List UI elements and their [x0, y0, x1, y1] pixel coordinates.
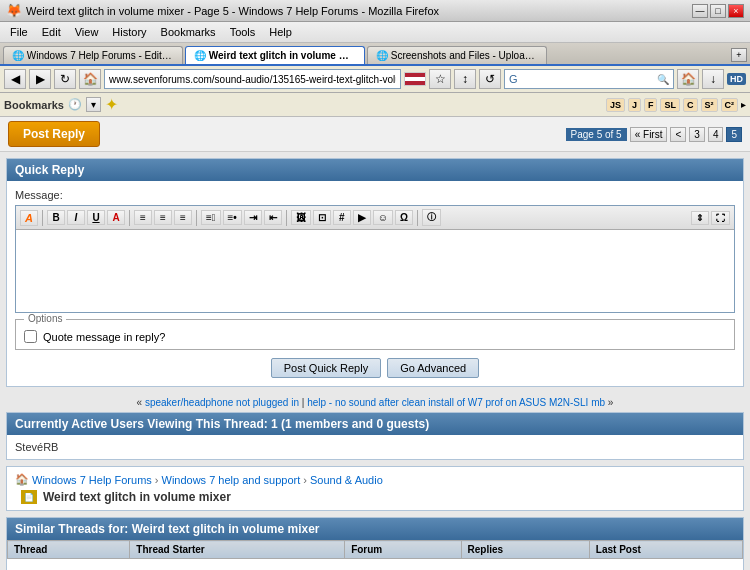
flag-icon: [404, 72, 426, 86]
editor-btn-omega[interactable]: Ω: [395, 210, 413, 225]
editor-btn-underline[interactable]: U: [87, 210, 105, 225]
editor-btn-outdent[interactable]: ⇤: [264, 210, 282, 225]
col-starter: Thread Starter: [130, 541, 345, 559]
tab-2[interactable]: 🌐 Screenshots and Files - Upload and Pos…: [367, 46, 547, 64]
message-label: Message:: [15, 189, 735, 201]
back-button[interactable]: ◀: [4, 69, 26, 89]
page-info: Page 5 of 5 « First < 3 4 5: [566, 127, 742, 142]
next-thread-link[interactable]: help - no sound after clean install of W…: [307, 397, 605, 408]
tab-0[interactable]: 🌐 Windows 7 Help Forums - Edit Your Deta…: [3, 46, 183, 64]
similar-threads-section: Similar Threads for: Weird text glitch i…: [6, 517, 744, 570]
address-input[interactable]: [104, 69, 401, 89]
prev-thread-link[interactable]: speaker/headphone not plugged in: [145, 397, 299, 408]
prev-page-button[interactable]: <: [670, 127, 686, 142]
thread-icon: 📄: [21, 490, 37, 504]
close-button[interactable]: ×: [728, 4, 744, 18]
editor-btn-color[interactable]: A: [107, 210, 125, 225]
editor-btn-smiley[interactable]: ☺: [373, 210, 393, 225]
submit-row: Post Quick Reply Go Advanced: [15, 358, 735, 378]
window-controls[interactable]: — □ ×: [692, 4, 744, 18]
options-row: Quote message in reply?: [24, 330, 726, 343]
editor-btn-a[interactable]: A: [20, 210, 38, 226]
main-content: Quick Reply Message: A B I U A ≡ ≡ ≡ ≡⃝: [0, 152, 750, 570]
home-btn2[interactable]: 🏠: [677, 69, 699, 89]
bookmarks-arrow[interactable]: ▾: [86, 97, 101, 112]
home-button[interactable]: 🏠: [79, 69, 101, 89]
tab-2-label: Screenshots and Files - Upload and Post …: [391, 50, 547, 61]
editor-btn-resize[interactable]: ⇕: [691, 211, 709, 225]
page-5-button[interactable]: 5: [726, 127, 742, 142]
reload-button[interactable]: ↻: [54, 69, 76, 89]
hd-badge: HD: [727, 73, 746, 85]
page-4-button[interactable]: 4: [708, 127, 724, 142]
breadcrumb-help[interactable]: Windows 7 help and support: [162, 474, 301, 486]
menu-view[interactable]: View: [69, 24, 105, 40]
editor-btn-align-right[interactable]: ≡: [174, 210, 192, 225]
post-quick-reply-button[interactable]: Post Quick Reply: [271, 358, 381, 378]
col-forum: Forum: [345, 541, 461, 559]
refresh-button2[interactable]: ↺: [479, 69, 501, 89]
similar-threads-header: Similar Threads for: Weird text glitch i…: [7, 518, 743, 540]
minimize-button[interactable]: —: [692, 4, 708, 18]
no-results: [8, 559, 743, 571]
star-button[interactable]: ☆: [429, 69, 451, 89]
forward-button[interactable]: ▶: [29, 69, 51, 89]
editor-toolbar: A B I U A ≡ ≡ ≡ ≡⃝ ≡• ⇥ ⇤ 🖼: [16, 206, 734, 230]
editor-btn-hash[interactable]: #: [333, 210, 351, 225]
first-page-button[interactable]: « First: [630, 127, 668, 142]
editor-btn-image[interactable]: 🖼: [291, 210, 311, 225]
options-box: Options Quote message in reply?: [15, 319, 735, 350]
bookmark-btn[interactable]: ↕: [454, 69, 476, 89]
editor-btn-video[interactable]: ▶: [353, 210, 371, 225]
col-replies: Replies: [461, 541, 589, 559]
c2-badge: C²: [721, 98, 739, 112]
breadcrumb-audio[interactable]: Sound & Audio: [310, 474, 383, 486]
bookmarks-label: Bookmarks: [4, 99, 64, 111]
maximize-button[interactable]: □: [710, 4, 726, 18]
js-badge: JS: [606, 98, 625, 112]
main-toolbar: Post Reply Page 5 of 5 « First < 3 4 5: [0, 117, 750, 152]
sep-bc-2: ›: [303, 474, 307, 486]
go-advanced-button[interactable]: Go Advanced: [387, 358, 479, 378]
menu-file[interactable]: File: [4, 24, 34, 40]
post-reply-button[interactable]: Post Reply: [8, 121, 100, 147]
editor-btn-unordered-list[interactable]: ≡•: [223, 210, 242, 225]
search-engine-icon: G: [509, 73, 518, 85]
address-bar: ◀ ▶ ↻ 🏠 ☆ ↕ ↺ G 🔍 🏠 ↓ HD: [0, 66, 750, 93]
editor-btn-italic[interactable]: I: [67, 210, 85, 225]
new-tab-button[interactable]: +: [731, 48, 747, 62]
editor-btn-bold[interactable]: B: [47, 210, 65, 225]
download-btn[interactable]: ↓: [702, 69, 724, 89]
breadcrumb: 🏠 Windows 7 Help Forums › Windows 7 help…: [15, 473, 735, 486]
search-input[interactable]: [520, 74, 655, 85]
sep-5: [417, 210, 418, 226]
message-textarea[interactable]: [16, 230, 734, 310]
sep-3: [196, 210, 197, 226]
menu-history[interactable]: History: [106, 24, 152, 40]
tab-1[interactable]: 🌐 Weird text glitch in volume mixer - ..…: [185, 46, 365, 64]
options-legend: Options: [24, 313, 66, 324]
menu-edit[interactable]: Edit: [36, 24, 67, 40]
s2-badge: S²: [701, 98, 718, 112]
editor-btn-indent[interactable]: ⇥: [244, 210, 262, 225]
editor-btn-source[interactable]: ⓘ: [422, 209, 441, 226]
menu-bookmarks[interactable]: Bookmarks: [155, 24, 222, 40]
tab-2-icon: 🌐: [376, 50, 388, 61]
tab-1-icon: 🌐: [194, 50, 206, 61]
active-users-header: Currently Active Users Viewing This Thre…: [7, 413, 743, 435]
breadcrumb-home[interactable]: Windows 7 Help Forums: [32, 474, 152, 486]
editor-btn-link[interactable]: ⊡: [313, 210, 331, 225]
bookmarks-bar: Bookmarks 🕐 ▾ ✦ JS J F SL C S² C² ▸: [0, 93, 750, 117]
editor-btn-fullscreen[interactable]: ⛶: [711, 211, 730, 225]
menu-tools[interactable]: Tools: [224, 24, 262, 40]
editor-btn-align-left[interactable]: ≡: [134, 210, 152, 225]
editor-btn-align-center[interactable]: ≡: [154, 210, 172, 225]
menu-bar: File Edit View History Bookmarks Tools H…: [0, 22, 750, 43]
menu-help[interactable]: Help: [263, 24, 298, 40]
editor-btn-ordered-list[interactable]: ≡⃝: [201, 210, 221, 225]
quote-checkbox[interactable]: [24, 330, 37, 343]
col-thread: Thread: [8, 541, 130, 559]
page-3-button[interactable]: 3: [689, 127, 705, 142]
sl-badge: SL: [660, 98, 680, 112]
thread-title-row: 📄 Weird text glitch in volume mixer: [15, 490, 735, 504]
